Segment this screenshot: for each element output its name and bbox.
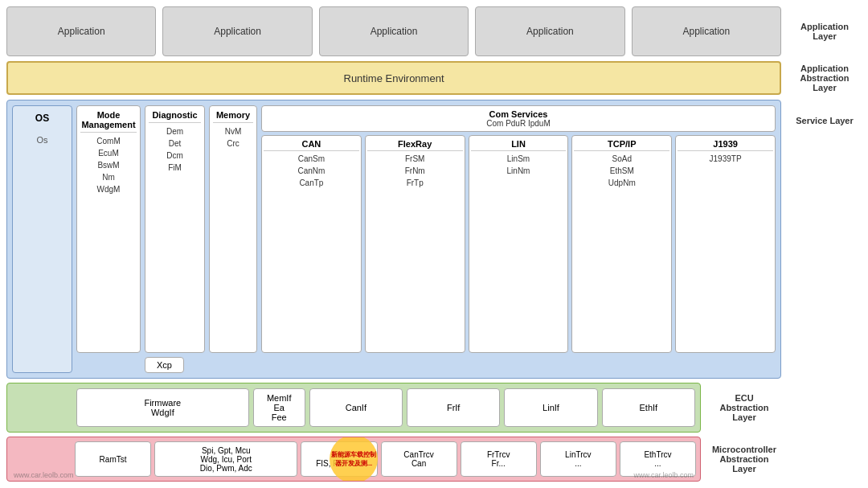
tcpip-box: TCP/IP SoAd EthSM UdpNm	[571, 135, 672, 353]
application-layer-label: Application Layer	[781, 6, 862, 56]
os-sub: Os	[36, 135, 47, 145]
com-services-area: Com Services Com PduR IpduM CAN CanSm Ca…	[261, 105, 776, 353]
application-layer-row: Application Application Application Appl…	[6, 6, 862, 56]
lin-title: LIN	[471, 139, 567, 151]
app-box-5: Application	[632, 6, 781, 56]
com-services-title: Com Services	[265, 109, 772, 119]
app-box-2: Application	[162, 6, 312, 56]
diagnostic-items: Dem Det Dcm FiM	[166, 125, 183, 174]
service-layer-main: OS Os Mode Management ComM EcuM BswM Nm …	[6, 100, 781, 379]
service-modules: Mode Management ComM EcuM BswM Nm WdgM D…	[76, 105, 776, 373]
rte-box: Runtime Environment	[6, 61, 781, 95]
lin-box: LIN LinSm LinNm	[469, 135, 569, 353]
linif-box: LinIf	[504, 388, 597, 427]
j1939-items: J1939TP	[710, 153, 742, 165]
tcpip-items: SoAd EthSM UdpNm	[608, 153, 636, 189]
ethtrcv-box: EthTrcv ...	[620, 441, 696, 477]
logo-overlay: 新能源车载控制器开发及测...	[330, 437, 378, 482]
ramtst-box: RamTst	[75, 441, 151, 477]
j1939-title: J1939	[678, 139, 773, 151]
flexray-items: FrSM FrNm FrTp	[405, 153, 425, 189]
memory-title: Memory	[213, 110, 253, 123]
ecu-layer-area: Firmware WdgIf MemIf Ea Fee CanIf FrIf L…	[6, 383, 781, 433]
ethif-box: EthIf	[602, 388, 695, 427]
com-services-bottom: CAN CanSm CanNm CanTp FlexRay FrSM FrNm …	[261, 135, 776, 353]
mcu-layer-main: RamTst Spi, Gpt, Mcu Wdg, Icu, Port Dio,…	[6, 437, 701, 482]
flexray-box: FlexRay FrSM FrNm FrTp	[365, 135, 465, 353]
abs-layer-label: Application Abstraction Layer	[781, 61, 862, 95]
app-box-3: Application	[319, 6, 469, 56]
spi-box: Spi, Gpt, Mcu Wdg, Icu, Port Dio, Pwm, A…	[154, 441, 297, 477]
canif-box: CanIf	[309, 388, 403, 427]
tcpip-title: TCP/IP	[574, 139, 669, 151]
frtrcv-box: FrTrcv Fr...	[461, 441, 537, 477]
service-top-row: OS Os Mode Management ComM EcuM BswM Nm …	[12, 105, 776, 373]
mode-management-box: Mode Management ComM EcuM BswM Nm WdgM	[76, 105, 141, 353]
modules-top: Mode Management ComM EcuM BswM Nm WdgM D…	[76, 105, 776, 353]
os-box: OS Os	[12, 105, 72, 373]
can-title: CAN	[264, 139, 359, 151]
service-wrapper: OS Os Mode Management ComM EcuM BswM Nm …	[6, 100, 862, 482]
frif-box: FrIf	[407, 388, 500, 427]
app-box-1: Application	[6, 6, 156, 56]
memory-items: NvM Crc	[225, 125, 242, 150]
watermark-left: www.car.leolb.com	[14, 471, 74, 479]
cantrcv-box: CanTrcv Can	[381, 441, 457, 477]
main-container: Application Application Application Appl…	[0, 0, 868, 488]
app-box-4: Application	[475, 6, 624, 56]
com-services-items: Com PduR IpduM	[265, 119, 772, 128]
firmware-box: Firmware WdgIf	[76, 388, 249, 427]
can-box: CAN CanSm CanNm CanTp	[261, 135, 362, 353]
mcu-layer-area: RamTst Spi, Gpt, Mcu Wdg, Icu, Port Dio,…	[6, 437, 781, 482]
mcu-layer-label: Microcontroller Abstraction Layer	[701, 437, 781, 482]
abs-layer-row: Runtime Environment Application Abstract…	[6, 61, 862, 95]
lintrcv-box: LinTrcv ...	[540, 441, 616, 477]
application-boxes: Application Application Application Appl…	[6, 6, 781, 56]
memory-box: Memory NvM Crc	[209, 105, 257, 353]
xcp-row: Xcp	[76, 357, 776, 373]
flexray-title: FlexRay	[367, 139, 463, 151]
mode-management-items: ComM EcuM BswM Nm WdgM	[96, 135, 120, 195]
service-layer-label: Service Layer	[781, 100, 862, 125]
lin-items: LinSm LinNm	[507, 153, 530, 177]
com-services-top: Com Services Com PduR IpduM	[261, 105, 776, 132]
ecu-layer-label: ECU Abstraction Layer	[701, 383, 781, 433]
ecu-layer-main: Firmware WdgIf MemIf Ea Fee CanIf FrIf L…	[6, 383, 701, 433]
os-title: OS	[35, 113, 49, 124]
diagnostic-title: Diagnostic	[149, 110, 201, 123]
j1939-box: J1939 J1939TP	[675, 135, 776, 353]
memif-box: MemIf Ea Fee	[253, 388, 305, 427]
xcp-box: Xcp	[145, 357, 184, 373]
can-items: CanSm CanNm CanTp	[297, 153, 325, 189]
diagnostic-box: Diagnostic Dem Det Dcm FiM	[145, 105, 205, 353]
mode-management-title: Mode Management	[80, 110, 137, 133]
